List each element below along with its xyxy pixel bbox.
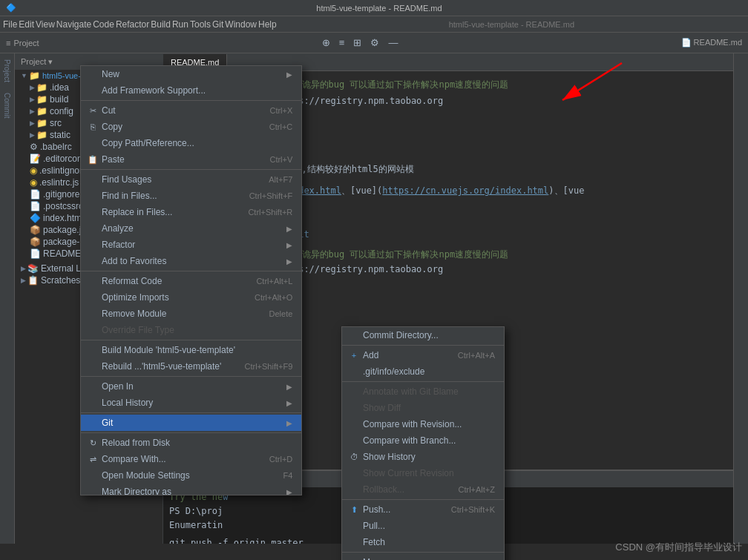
ctx-add-favorites[interactable]: Add to Favorites ▶ xyxy=(81,253,301,269)
ctx-git[interactable]: Git ▶ xyxy=(81,415,301,431)
git-show-history[interactable]: ⏱ Show History xyxy=(342,449,504,465)
menu-navigate[interactable]: Navigate xyxy=(56,19,91,30)
ctx-find-usages[interactable]: Find Usages Alt+F7 xyxy=(81,171,301,188)
ctx-new[interactable]: New ▶ xyxy=(81,66,301,82)
menu-help[interactable]: Help xyxy=(258,19,277,30)
ctx-remove-module-shortcut: Delete xyxy=(269,309,293,318)
toolbar-minimize-icon[interactable]: — xyxy=(385,36,401,50)
ctx-sep-6 xyxy=(81,412,301,413)
git-show-diff[interactable]: Show Diff xyxy=(342,400,504,416)
sidebar-project-icon[interactable]: Project xyxy=(1,56,13,85)
project-toolbar: ≡ Project ⊕ ≡ ⊞ ⚙ — 📄 README.md xyxy=(0,33,748,53)
ctx-analyze[interactable]: Analyze ▶ xyxy=(81,220,301,237)
tree-config-label: config xyxy=(50,106,73,116)
toolbar-icon-2[interactable]: ≡ xyxy=(336,36,348,50)
ctx-rebuild-module-label: Rebuild ...'html5-vue-template' xyxy=(102,361,233,372)
git-fetch-label: Fetch xyxy=(363,537,495,547)
ctx-reload-label: Reload from Disk xyxy=(102,438,292,448)
menu-tools[interactable]: Tools xyxy=(190,19,211,30)
ctx-optimize-imports-shortcut: Ctrl+Alt+O xyxy=(255,293,292,302)
ctx-copy-path[interactable]: Copy Path/Reference... xyxy=(81,135,301,151)
git-compare-revision[interactable]: Compare with Revision... xyxy=(342,416,504,432)
ctx-find-usages-shortcut: Alt+F7 xyxy=(269,175,292,184)
ctx-rebuild-module[interactable]: Rebuild ...'html5-vue-template' Ctrl+Shi… xyxy=(81,358,301,375)
git-rollback-shortcut: Ctrl+Alt+Z xyxy=(458,485,495,494)
git-commit-dir-label: Commit Directory... xyxy=(363,330,495,340)
git-info-exclude[interactable]: .git/info/exclude xyxy=(342,363,504,380)
ctx-compare-with-icon: ⇌ xyxy=(87,455,99,464)
ctx-find-in-files[interactable]: Find in Files... Ctrl+Shift+F xyxy=(81,188,301,204)
git-add[interactable]: + Add Ctrl+Alt+A xyxy=(342,347,504,363)
git-annotate-label: Annotate with Git Blame xyxy=(363,386,495,397)
readme-tab[interactable]: 📄 README.md xyxy=(681,38,742,47)
ctx-replace-in-files[interactable]: Replace in Files... Ctrl+Shift+R xyxy=(81,204,301,220)
file-path: html5-vue-template - README.md xyxy=(278,20,745,29)
ctx-open-module-settings[interactable]: Open Module Settings F4 xyxy=(81,467,301,484)
git-merge[interactable]: Merge... xyxy=(342,554,504,560)
git-pull[interactable]: Pull... xyxy=(342,518,504,534)
ctx-override-file-type-label: Override File Type xyxy=(102,325,292,335)
menu-refactor[interactable]: Refactor xyxy=(116,19,149,30)
git-show-current-revision[interactable]: Show Current Revision xyxy=(342,465,504,481)
tree-eslintrc-label: .eslintrc.js xyxy=(39,177,79,188)
git-compare-branch[interactable]: Compare with Branch... xyxy=(342,432,504,449)
menu-build[interactable]: Build xyxy=(151,19,171,30)
ctx-new-arrow: ▶ xyxy=(286,70,292,79)
tree-src-label: src xyxy=(50,118,62,128)
ctx-build-module[interactable]: Build Module 'html5-vue-template' xyxy=(81,342,301,358)
ctx-copy[interactable]: ⎘ Copy Ctrl+C xyxy=(81,119,301,135)
ctx-add-framework[interactable]: Add Framework Support... xyxy=(81,82,301,99)
ctx-sep-3 xyxy=(81,271,301,271)
ctx-local-history[interactable]: Local History ▶ xyxy=(81,395,301,411)
ctx-refactor[interactable]: Refactor ▶ xyxy=(81,237,301,253)
menu-edit[interactable]: Edit xyxy=(19,19,34,30)
menu-run[interactable]: Run xyxy=(172,19,188,30)
ctx-add-framework-label: Add Framework Support... xyxy=(102,85,292,96)
ctx-local-history-arrow: ▶ xyxy=(286,399,292,407)
ctx-mark-directory-label: Mark Directory as xyxy=(102,487,286,495)
toolbar-icon-1[interactable]: ⊕ xyxy=(319,36,333,50)
ctx-reformat-label: Reformat Code xyxy=(102,276,244,286)
ctx-replace-in-files-label: Replace in Files... xyxy=(102,207,236,217)
ctx-compare-with-label: Compare With... xyxy=(102,454,257,464)
ctx-compare-with[interactable]: ⇌ Compare With... Ctrl+D xyxy=(81,451,301,467)
git-fetch[interactable]: Fetch xyxy=(342,534,504,550)
git-sep-2 xyxy=(342,381,504,382)
ctx-copy-shortcut: Ctrl+C xyxy=(269,122,292,131)
ctx-paste-icon: 📋 xyxy=(87,155,99,165)
menu-code[interactable]: Code xyxy=(93,19,114,30)
menu-window[interactable]: Window xyxy=(225,19,257,30)
ctx-remove-module[interactable]: Remove Module Delete xyxy=(81,306,301,322)
ctx-rebuild-module-shortcut: Ctrl+Shift+F9 xyxy=(245,362,293,371)
tree-babelrc-label: .babelrc xyxy=(40,142,72,152)
ctx-paste[interactable]: 📋 Paste Ctrl+V xyxy=(81,151,301,168)
left-sidebar: Project Commit xyxy=(0,53,15,544)
ctx-open-module-settings-label: Open Module Settings xyxy=(102,470,271,481)
toolbar-gear-icon[interactable]: ⚙ xyxy=(367,36,382,50)
ctx-reload-from-disk[interactable]: ↻ Reload from Disk xyxy=(81,435,301,451)
git-annotate[interactable]: Annotate with Git Blame xyxy=(342,383,504,400)
git-show-current-revision-label: Show Current Revision xyxy=(363,468,495,478)
tree-gitignore-label: .gitignore xyxy=(43,189,79,200)
git-info-exclude-label: .git/info/exclude xyxy=(363,366,495,377)
ctx-reformat[interactable]: Reformat Code Ctrl+Alt+L xyxy=(81,273,301,289)
ctx-open-in[interactable]: Open In ▶ xyxy=(81,378,301,395)
ctx-override-file-type[interactable]: Override File Type xyxy=(81,322,301,338)
menu-file[interactable]: File xyxy=(3,19,17,30)
git-merge-label: Merge... xyxy=(363,557,495,560)
ctx-mark-directory[interactable]: Mark Directory as ▶ xyxy=(81,484,301,495)
git-push[interactable]: ⬆ Push... Ctrl+Shift+K xyxy=(342,501,504,518)
git-commit-dir[interactable]: Commit Directory... xyxy=(342,327,504,343)
project-panel-label: Project ▾ xyxy=(21,57,53,67)
menu-view[interactable]: View xyxy=(36,19,55,30)
project-label2: Project xyxy=(13,39,39,47)
git-add-label: Add xyxy=(363,350,446,360)
menu-git[interactable]: Git xyxy=(212,19,223,30)
ctx-optimize-imports[interactable]: Optimize Imports Ctrl+Alt+O xyxy=(81,289,301,306)
ctx-cut[interactable]: ✂ Cut Ctrl+X xyxy=(81,102,301,119)
ctx-cut-label: Cut xyxy=(102,105,257,116)
git-rollback[interactable]: Rollback... Ctrl+Alt+Z xyxy=(342,481,504,498)
toolbar-icon-3[interactable]: ⊞ xyxy=(350,36,364,50)
sidebar-commit-icon[interactable]: Commit xyxy=(1,90,13,121)
right-sidebar xyxy=(733,53,748,544)
